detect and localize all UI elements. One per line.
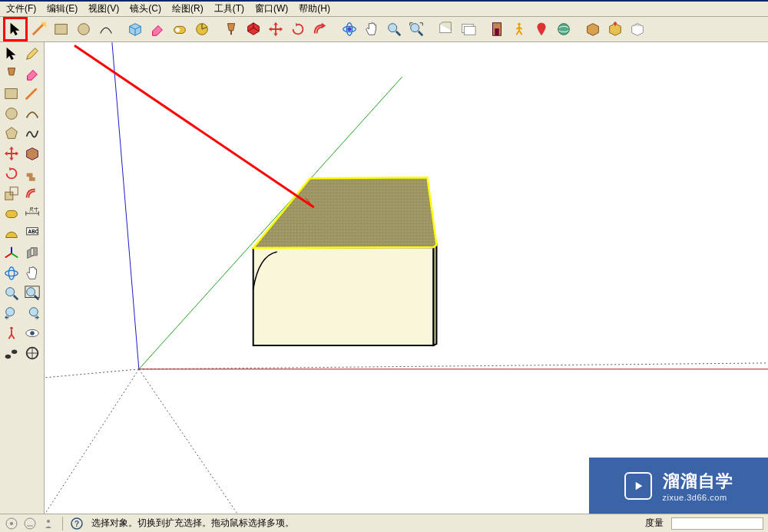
- svg-point-1: [78, 24, 90, 35]
- svg-line-40: [45, 369, 139, 514]
- l-pencil[interactable]: [23, 44, 43, 64]
- tool-rectangle[interactable]: [51, 18, 72, 40]
- status-measure-input[interactable]: [671, 517, 763, 530]
- status-lock-icon[interactable]: [23, 517, 37, 530]
- svg-point-35: [5, 355, 11, 359]
- play-icon: [624, 472, 652, 500]
- tool-ge-textures[interactable]: [582, 18, 604, 40]
- main-area: 尺寸 ABC: [0, 42, 768, 514]
- svg-rect-0: [55, 25, 68, 35]
- status-person-icon[interactable]: [41, 517, 55, 530]
- tool-protractor[interactable]: [191, 18, 213, 40]
- l-circle[interactable]: [2, 104, 22, 124]
- l-axes[interactable]: [2, 243, 22, 263]
- l-select[interactable]: [2, 44, 22, 64]
- l-section[interactable]: [23, 343, 43, 363]
- tool-circle[interactable]: [73, 18, 94, 40]
- menu-draw[interactable]: 绘图(R): [169, 1, 207, 17]
- menu-window[interactable]: 窗口(W): [252, 1, 291, 17]
- menu-help[interactable]: 帮助(H): [296, 1, 333, 17]
- tool-tape-measure[interactable]: [169, 18, 190, 40]
- l-polygon[interactable]: [2, 124, 22, 144]
- l-arc[interactable]: [23, 104, 43, 124]
- tool-move[interactable]: [265, 18, 286, 40]
- status-bar: ? 选择对象。切换到扩充选择。拖动鼠标选择多项。 度量: [0, 514, 768, 532]
- svg-point-18: [5, 108, 17, 120]
- tool-ge-place[interactable]: [531, 18, 552, 40]
- svg-point-36: [12, 349, 17, 354]
- tool-ge-toggle[interactable]: [553, 18, 574, 40]
- svg-text:?: ?: [74, 520, 79, 528]
- l-paint[interactable]: [2, 64, 22, 84]
- l-freehand[interactable]: [23, 124, 43, 144]
- svg-point-25: [5, 270, 18, 276]
- status-measure-label: 度量: [645, 517, 664, 530]
- l-scale[interactable]: [2, 183, 22, 203]
- l-pushpull[interactable]: [23, 144, 43, 164]
- l-followme[interactable]: [23, 164, 43, 183]
- watermark-banner: 溜溜自学 zixue.3d66.com: [589, 458, 768, 514]
- svg-line-47: [74, 45, 314, 207]
- tool-pan[interactable]: [361, 18, 382, 40]
- menu-view[interactable]: 视图(V): [85, 1, 122, 17]
- tool-line[interactable]: [28, 18, 50, 40]
- menu-file[interactable]: 文件(F): [3, 1, 39, 17]
- left-toolbar: 尺寸 ABC: [0, 42, 45, 514]
- svg-point-51: [47, 520, 50, 523]
- l-prev[interactable]: [2, 303, 22, 323]
- tool-make-component[interactable]: [124, 18, 146, 40]
- menu-edit[interactable]: 编辑(E): [44, 1, 81, 17]
- svg-rect-17: [5, 89, 18, 99]
- l-zoom[interactable]: [2, 283, 22, 303]
- scene-canvas[interactable]: [45, 42, 768, 514]
- l-pan[interactable]: [23, 263, 43, 283]
- l-tape[interactable]: [2, 203, 22, 223]
- tool-select[interactable]: [3, 17, 28, 41]
- l-zoom-extents[interactable]: [23, 283, 43, 303]
- watermark-title: 溜溜自学: [663, 470, 733, 493]
- l-position[interactable]: [2, 323, 22, 343]
- status-help-icon[interactable]: ?: [70, 517, 84, 530]
- svg-text:尺寸: 尺寸: [30, 207, 39, 212]
- tool-rotate[interactable]: [287, 18, 309, 40]
- tool-orbit[interactable]: [339, 18, 360, 40]
- l-rect[interactable]: [2, 84, 22, 104]
- l-walk[interactable]: [2, 343, 22, 363]
- tool-next-view[interactable]: [457, 18, 478, 40]
- l-orbit[interactable]: [2, 263, 22, 283]
- tool-previous-view[interactable]: [435, 18, 456, 40]
- l-planes[interactable]: [23, 243, 43, 263]
- tool-ge[interactable]: [604, 18, 626, 40]
- tool-eraser[interactable]: [147, 18, 168, 40]
- svg-rect-21: [5, 210, 17, 217]
- svg-point-50: [25, 518, 35, 529]
- l-offset[interactable]: [23, 183, 43, 203]
- tool-paint-bucket[interactable]: [220, 18, 242, 40]
- tool-zoom[interactable]: [383, 18, 405, 40]
- l-dimension[interactable]: 尺寸: [23, 203, 43, 223]
- l-rotate[interactable]: [2, 164, 22, 183]
- tool-outliner[interactable]: [486, 18, 508, 40]
- menu-camera[interactable]: 镜头(C): [127, 1, 164, 17]
- 3d-viewport[interactable]: [45, 42, 768, 514]
- l-line[interactable]: [23, 84, 43, 104]
- l-component[interactable]: [2, 144, 22, 164]
- menu-tools[interactable]: 工具(T): [211, 1, 247, 17]
- tool-export[interactable]: [627, 18, 648, 40]
- l-protractor[interactable]: [2, 223, 22, 243]
- l-text[interactable]: ABC: [23, 223, 43, 243]
- svg-point-3: [176, 28, 180, 32]
- tool-arc[interactable]: [95, 18, 117, 40]
- svg-point-27: [5, 288, 14, 296]
- svg-point-16: [558, 24, 570, 35]
- svg-point-8: [389, 24, 397, 32]
- tool-zoom-extents[interactable]: [406, 18, 427, 40]
- tool-pushpull[interactable]: [243, 18, 264, 40]
- status-divider: [62, 517, 63, 530]
- tool-walk[interactable]: [508, 18, 530, 40]
- l-next[interactable]: [23, 303, 43, 323]
- l-look[interactable]: [23, 323, 43, 343]
- l-eraser[interactable]: [23, 64, 43, 84]
- tool-offset[interactable]: [310, 18, 331, 40]
- status-geo-icon[interactable]: [5, 517, 18, 530]
